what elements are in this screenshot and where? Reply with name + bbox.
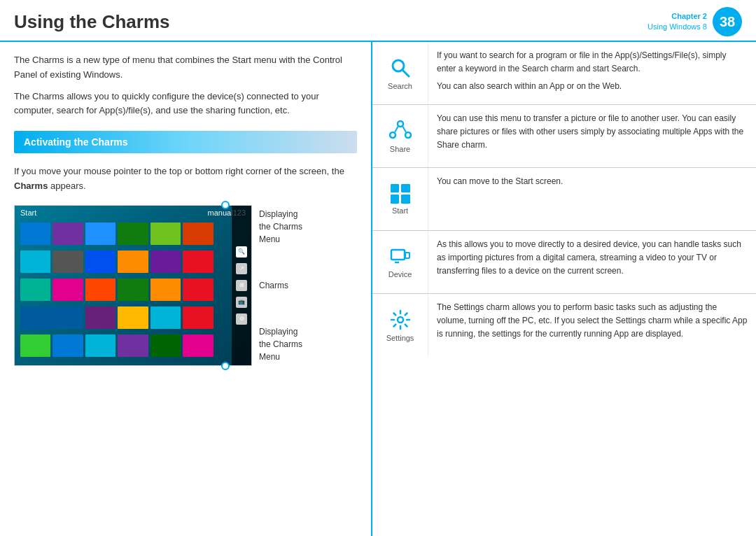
win8-screenshot: Start manual123	[14, 205, 252, 366]
tile-2	[52, 223, 83, 245]
tile-29	[52, 334, 83, 357]
label-top2: the Charms	[259, 222, 302, 232]
charm-desc-share: You can use this menu to transfer a pict…	[437, 112, 748, 153]
tile-6	[183, 223, 213, 245]
svg-point-3	[390, 132, 396, 138]
label-bot2: the Charms	[259, 339, 302, 349]
label-top3: Menu	[259, 234, 280, 244]
charm-label-share: Share	[390, 145, 410, 153]
tile-18	[118, 278, 148, 301]
charms-desc-text1: If you move your mouse pointer to the to…	[14, 166, 344, 176]
charm-label-device: Device	[388, 270, 412, 278]
intro-paragraph-2: The Charms allows you to quickly configu…	[14, 90, 357, 119]
win8-tiles-row1	[15, 220, 251, 248]
tile-13	[183, 251, 213, 273]
win-quad-4	[401, 195, 410, 204]
charm-desc-search-p2: You can also search within an App or on …	[437, 80, 748, 93]
svg-line-5	[395, 126, 398, 132]
chapter-text: Chapter 2 Using Windows 8	[648, 11, 707, 33]
charm-row-share: Share You can use this menu to transfer …	[372, 105, 756, 168]
chapter-sublabel: Using Windows 8	[648, 22, 707, 32]
screenshot-section: Start manual123	[14, 205, 357, 366]
win8-start-label: Start	[20, 209, 36, 217]
svg-rect-8	[405, 253, 410, 258]
charm-desc-search-p1: If you want to search for a program or f…	[437, 49, 748, 76]
charm-label-search: Search	[388, 82, 412, 90]
start-icon	[391, 184, 410, 204]
tile-9	[52, 251, 83, 273]
win-quad-2	[401, 184, 410, 193]
svg-point-10	[398, 317, 403, 323]
charm-text-settings: The Settings charm allows you to perform…	[428, 294, 756, 357]
tile-30	[85, 334, 115, 357]
win8-header-bar: Start manual123	[15, 206, 251, 220]
tile-26	[183, 306, 213, 329]
win8-charm-device: 📺	[236, 297, 247, 308]
charm-row-settings: Settings The Settings charm allows you t…	[372, 294, 756, 357]
charm-icon-col-settings: Settings	[372, 294, 428, 357]
charm-text-device: As this allows you to move directly to a…	[428, 231, 756, 293]
svg-point-4	[405, 132, 411, 138]
tile-32	[150, 334, 181, 357]
page-header: Using the Charms Chapter 2 Using Windows…	[0, 0, 756, 42]
intro-paragraph-1: The Charms is a new type of menu that co…	[14, 53, 357, 83]
screenshot-labels: Displaying the Charms Menu Charms Displa…	[259, 205, 302, 366]
win8-tiles-row5	[15, 332, 251, 360]
charm-icon-col-search: Search	[372, 42, 428, 104]
tile-33	[183, 334, 213, 357]
charm-label-settings: Settings	[386, 334, 414, 342]
charm-desc-device: As this allows you to move directly to a…	[437, 238, 748, 278]
device-icon	[390, 246, 411, 267]
charm-text-share: You can use this menu to transfer a pict…	[428, 105, 756, 167]
tile-1	[20, 223, 50, 245]
label-charms-mid: Charms	[259, 281, 302, 290]
charm-desc-settings: The Settings charm allows you to perform…	[437, 301, 748, 341]
charm-label-start: Start	[392, 206, 408, 215]
tile-17	[85, 278, 115, 301]
label-displaying-bot: Displaying the Charms Menu	[259, 325, 302, 363]
tile-25	[150, 306, 181, 329]
chapter-label: Chapter 2	[648, 11, 707, 22]
search-icon	[389, 57, 412, 79]
charm-desc-start: You can move to the Start screen.	[437, 175, 748, 188]
tile-19	[150, 278, 181, 301]
charm-icon-col-start: Start	[372, 168, 428, 230]
win8-tiles-row3	[15, 276, 251, 304]
svg-line-6	[402, 126, 406, 132]
section-header-activating: Activating the Charms	[14, 131, 357, 153]
screenshot-wrapper: Start manual123	[14, 205, 252, 366]
left-panel: The Charms is a new type of menu that co…	[0, 42, 371, 536]
tile-20	[183, 278, 213, 301]
tile-23	[85, 306, 115, 329]
tile-5	[150, 223, 181, 245]
chapter-info: Chapter 2 Using Windows 8 38	[648, 7, 742, 36]
svg-point-2	[398, 121, 403, 127]
tile-4	[118, 223, 148, 245]
svg-rect-7	[391, 250, 405, 260]
label-displaying-top: Displaying the Charms Menu	[259, 208, 302, 246]
top-marker-dot	[221, 201, 230, 209]
tile-31	[118, 334, 148, 357]
share-icon	[389, 120, 412, 142]
tile-12	[150, 251, 181, 273]
tile-3	[85, 223, 115, 245]
win8-tiles-row2	[15, 248, 251, 276]
tile-8	[20, 251, 50, 273]
tile-11	[118, 251, 148, 273]
label-mid: Charms	[259, 281, 288, 290]
settings-icon	[389, 309, 412, 331]
tile-28	[20, 334, 50, 357]
bottom-marker-dot	[221, 362, 230, 370]
tile-22	[20, 306, 83, 329]
win8-charms-sidebar: 🔍 ↗ ⊞ 📺 ⚙	[232, 206, 251, 365]
charm-row-start: Start You can move to the Start screen.	[372, 168, 756, 231]
win8-charm-settings: ⚙	[236, 313, 247, 325]
label-bot1: Displaying	[259, 327, 298, 337]
charm-icon-col-share: Share	[372, 105, 428, 167]
charms-bold: Charms	[14, 181, 48, 191]
chapter-badge: 38	[713, 7, 742, 36]
charm-text-start: You can move to the Start screen.	[428, 168, 756, 230]
win8-charm-start: ⊞	[236, 280, 247, 291]
tile-16	[52, 278, 83, 301]
win8-charm-share: ↗	[236, 263, 247, 274]
